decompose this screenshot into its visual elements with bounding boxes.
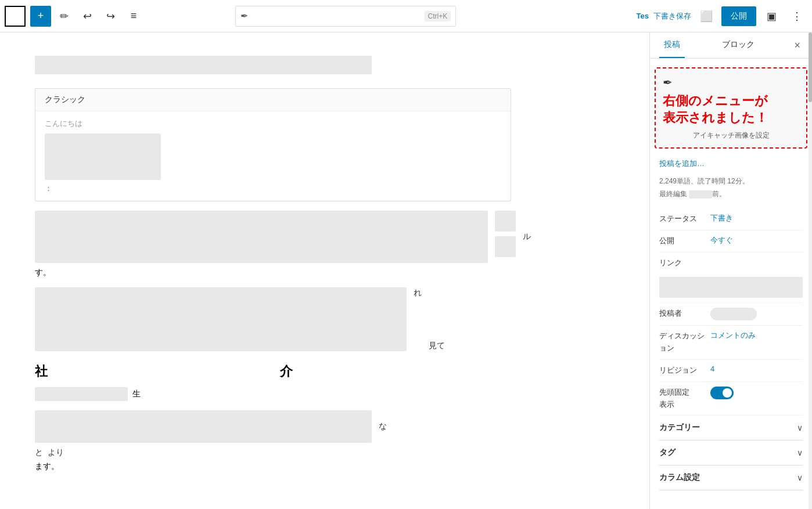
tools-button[interactable]: ✏ (53, 6, 74, 27)
search-quill-icon: ✒ (240, 10, 248, 21)
tag-chevron-icon: ∨ (797, 448, 803, 457)
classic-block-header: クラシック (35, 89, 511, 111)
author-row: 投稿者 (659, 303, 803, 326)
content-gray-block (45, 133, 161, 180)
tooltip-sub: アイキャッチ画像を設定 (663, 131, 799, 140)
bottom-text-1: な (379, 421, 387, 432)
tab-post[interactable]: 投稿 (659, 33, 685, 58)
sidebar: 投稿 ブロック × ✒ 右側のメニューが表示されました！ アイキャッチ画像を設定… (649, 33, 812, 509)
add-block-button[interactable]: + (30, 6, 51, 27)
list-view-button[interactable]: ≡ (123, 6, 144, 27)
status-row: ステータス 下書き (659, 208, 803, 230)
section-char-1: 社 (35, 363, 48, 380)
draft-title: Tes (637, 12, 649, 20)
card-chevron-icon: ∨ (797, 473, 803, 482)
revision-value[interactable]: 4 (710, 364, 803, 373)
wp-logo[interactable] (5, 6, 26, 27)
status-value[interactable]: 下書き (710, 213, 803, 223)
sidebar-tabs: 投稿 ブロック × (650, 33, 812, 59)
tooltip-icon: ✒ (663, 75, 799, 89)
scroll-track (809, 33, 812, 509)
bottom-text-2: と (35, 447, 43, 458)
main-layout: クラシック こんにちは ： ル す。 (0, 33, 812, 509)
gray-block-large-2 (35, 287, 407, 351)
sidebar-meta-words: 2,249単語、読了時間 12分。 (659, 176, 803, 186)
sidebar-body: 投稿を追加… 2,249単語、読了時間 12分。 最終編集 前。 ステータス 下… (650, 151, 812, 497)
undo-button[interactable]: ↩ (77, 6, 98, 27)
search-input[interactable] (253, 12, 419, 21)
card-section[interactable]: カラム設定 ∨ (659, 465, 803, 490)
discussion-value[interactable]: コメントのみ (710, 330, 803, 341)
author-label: 投稿者 (659, 308, 706, 320)
pinned-row: 先頭固定 表示 (659, 382, 803, 416)
tooltip-overlay: ✒ 右側のメニューが表示されました！ アイキャッチ画像を設定 (655, 67, 807, 149)
tag-label: タグ (659, 447, 676, 458)
tab-block[interactable]: ブロック (717, 33, 759, 58)
inline-text-birth: 生 (132, 389, 141, 398)
toolbar-right: Tes 下書き保存 ⬜ 公開 ▣ ⋮ (637, 6, 807, 27)
publish-value[interactable]: 今すぐ (710, 235, 803, 246)
card-label: カラム設定 (659, 472, 700, 483)
status-label: ステータス (659, 213, 706, 225)
pinned-label: 先頭固定 表示 (659, 387, 706, 411)
pinned-toggle[interactable] (710, 387, 734, 399)
tag-section[interactable]: タグ ∨ (659, 441, 803, 465)
view-toggle-button[interactable]: ⬜ (696, 6, 717, 27)
svg-rect-0 (9, 10, 21, 22)
discussion-row: ディスカッション コメントのみ (659, 326, 803, 360)
discussion-label: ディスカッション (659, 330, 706, 355)
classic-block: クラシック こんにちは ： (35, 88, 511, 201)
more-options-button[interactable]: ⋮ (786, 6, 807, 27)
inline-content: 生 (35, 387, 615, 401)
section-char-2: 介 (280, 363, 293, 380)
publish-label: 公開 (659, 235, 706, 247)
content-block-2: れ 見て (35, 287, 615, 351)
sidebar-toggle-button[interactable]: ▣ (761, 6, 782, 27)
link-label: リンク (659, 257, 706, 269)
inline-gray-1 (35, 387, 128, 401)
add-post-link[interactable]: 投稿を追加… (659, 158, 803, 169)
revision-label: リビジョン (659, 364, 706, 377)
sidebar-meta-edit: 最終編集 前。 (659, 189, 803, 199)
editor-area: クラシック こんにちは ： ル す。 (0, 33, 649, 509)
category-section[interactable]: カテゴリー ∨ (659, 416, 803, 441)
content-block-1: ル す。 (35, 211, 615, 278)
revision-row: リビジョン 4 (659, 360, 803, 382)
sidebar-close-button[interactable]: × (792, 37, 803, 54)
search-bar: ✒ Ctrl+K (235, 6, 456, 27)
search-shortcut: Ctrl+K (425, 11, 451, 21)
category-chevron-icon: ∨ (797, 423, 803, 432)
publish-row: 公開 今すぐ (659, 230, 803, 252)
author-chip[interactable] (710, 308, 757, 320)
category-label: カテゴリー (659, 423, 700, 433)
body-text-1: す。 (35, 268, 615, 278)
publish-button[interactable]: 公開 (721, 6, 756, 26)
scroll-thumb[interactable] (809, 33, 812, 102)
tooltip-title: 右側のメニューが表示されました！ (663, 93, 799, 126)
redo-button[interactable]: ↪ (100, 6, 121, 27)
side-text-3: 見て (429, 341, 445, 351)
bottom-content: な と より ます。 (35, 410, 615, 472)
classic-block-content: こんにちは ： (35, 111, 511, 201)
bottom-text-3: より (48, 447, 64, 458)
small-block-2 (495, 236, 516, 257)
bottom-gray-1 (35, 410, 372, 443)
link-row: リンク (659, 252, 803, 304)
side-text-2: れ (414, 288, 422, 297)
side-text-1: ル (523, 232, 531, 242)
link-field[interactable] (659, 277, 803, 298)
toolbar: + ✏ ↩ ↪ ≡ ✒ Ctrl+K Tes 下書き保存 ⬜ 公開 ▣ ⋮ (0, 0, 812, 33)
bottom-text-4: ます。 (35, 461, 615, 472)
gray-block-large-1 (35, 211, 488, 263)
small-block-1 (495, 211, 516, 232)
title-placeholder (35, 56, 372, 74)
draft-save-button[interactable]: 下書き保存 (653, 11, 691, 21)
section-heading: 社 介 (35, 363, 615, 380)
